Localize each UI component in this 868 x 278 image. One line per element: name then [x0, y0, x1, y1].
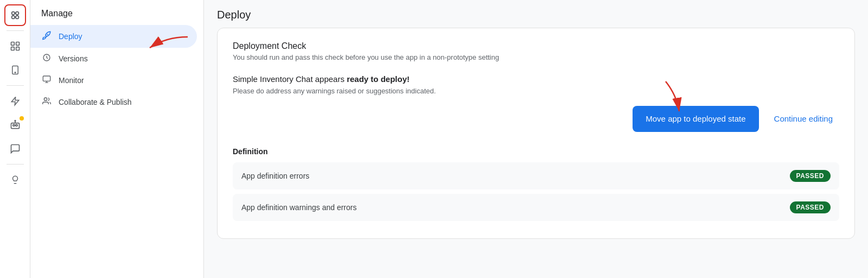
manage-nav-icon[interactable] [4, 4, 26, 26]
continue-editing-button[interactable]: Continue editing [768, 110, 839, 128]
check-row-label-0: App definition errors [241, 172, 309, 180]
svg-rect-22 [43, 76, 50, 81]
sidebar-item-monitor[interactable]: Monitor [30, 70, 197, 91]
nav-sidebar: Manage Deploy Vers [30, 0, 204, 278]
check-row-1: App definition warnings and errors PASSE… [233, 194, 839, 221]
versions-icon [41, 53, 52, 64]
svg-rect-8 [11, 42, 14, 46]
divider-2 [7, 85, 24, 86]
comment-nav-icon[interactable] [4, 138, 26, 160]
robot-nav-icon[interactable] [4, 114, 26, 136]
content-area: Deployment Check You should run and pass… [204, 28, 868, 278]
ready-section: Simple Inventory Chat appears ready to d… [233, 74, 839, 95]
svg-rect-10 [11, 47, 14, 50]
check-row-label-1: App definition warnings and errors [241, 203, 356, 212]
icon-sidebar [0, 0, 30, 278]
main-content: Deploy Deployment Check You should run a… [204, 0, 868, 278]
sidebar-title: Manage [30, 0, 203, 25]
collaborate-icon [41, 97, 52, 108]
svg-point-19 [47, 34, 48, 35]
definition-title: Definition [233, 147, 839, 156]
ready-text: Simple Inventory Chat appears ready to d… [233, 74, 839, 84]
svg-point-17 [15, 124, 17, 126]
sidebar-item-monitor-label: Monitor [59, 76, 84, 85]
svg-point-14 [15, 72, 16, 73]
sidebar-item-versions[interactable]: Versions [30, 48, 197, 70]
grid-nav-icon[interactable] [4, 35, 26, 57]
svg-point-2 [11, 16, 14, 18]
ready-subtext: Please do address any warnings raised or… [233, 87, 839, 95]
deployment-check-title: Deployment Check [233, 41, 839, 51]
svg-point-3 [15, 16, 18, 18]
deploy-icon [41, 30, 52, 42]
svg-point-1 [15, 12, 18, 15]
deployment-check-subtitle: You should run and pass this check befor… [233, 53, 839, 61]
main-header: Deploy [204, 0, 868, 28]
mobile-nav-icon[interactable] [4, 59, 26, 81]
sidebar-item-collaborate[interactable]: Collaborate & Publish [30, 91, 197, 113]
move-app-button[interactable]: Move app to deployed state [633, 106, 758, 132]
sidebar-item-deploy-label: Deploy [59, 32, 82, 41]
check-row-0: App definition errors PASSED [233, 162, 839, 189]
svg-point-25 [44, 98, 47, 100]
svg-point-0 [11, 12, 14, 15]
divider-1 [7, 30, 24, 31]
bulb-nav-icon[interactable] [4, 169, 26, 191]
robot-badge [20, 116, 24, 121]
ready-text-prefix: Simple Inventory Chat appears [233, 74, 347, 84]
svg-point-16 [12, 124, 14, 126]
divider-3 [7, 164, 24, 165]
sidebar-item-deploy[interactable]: Deploy [30, 25, 197, 48]
svg-rect-11 [16, 47, 19, 50]
page-title: Deploy [217, 9, 251, 21]
ready-text-bold: ready to deploy! [347, 74, 410, 84]
action-buttons: Move app to deployed state Continue edit… [233, 106, 839, 132]
sidebar-item-collaborate-label: Collaborate & Publish [59, 98, 132, 106]
deployment-card: Deployment Check You should run and pass… [217, 28, 855, 239]
sidebar-item-versions-label: Versions [59, 54, 88, 63]
svg-rect-9 [16, 42, 19, 46]
check-row-status-0: PASSED [790, 170, 831, 182]
check-row-status-1: PASSED [790, 201, 831, 213]
svg-point-18 [15, 121, 16, 122]
svg-rect-15 [11, 123, 19, 129]
lightning-nav-icon[interactable] [4, 90, 26, 112]
monitor-icon [41, 75, 52, 86]
